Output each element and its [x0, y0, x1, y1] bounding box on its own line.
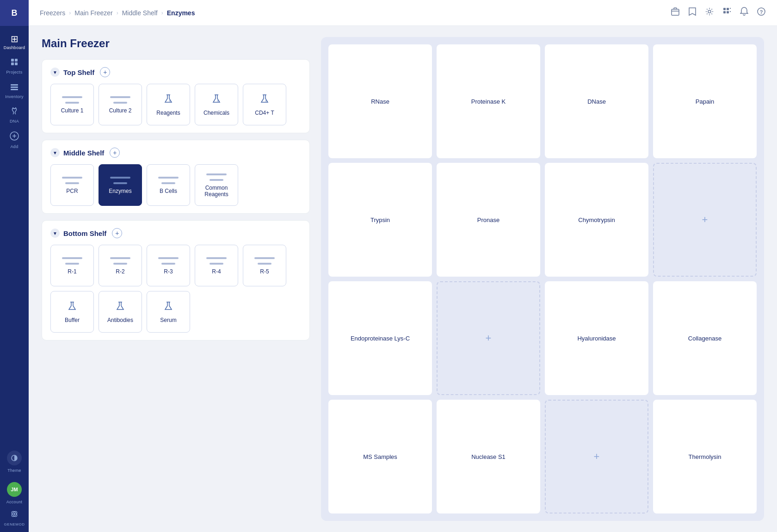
item-label-r2: R-2	[116, 268, 124, 275]
item-bar2-culture2	[113, 102, 127, 104]
shelf-item-r2[interactable]: R-2	[99, 245, 142, 286]
sidebar-item-inventory[interactable]: Inventory	[0, 77, 29, 102]
sidebar-item-add[interactable]: Add	[0, 126, 29, 152]
svg-point-16	[708, 10, 711, 13]
breadcrumb-freezers[interactable]: Freezers	[40, 9, 65, 17]
sidebar-label-dna: DNA	[10, 119, 19, 124]
shelf-item-r4[interactable]: R-4	[195, 245, 238, 286]
sidebar-item-dna[interactable]: DNA	[0, 102, 29, 126]
breadcrumb-main-freezer[interactable]: Main Freezer	[74, 9, 112, 17]
shelf-item-reagents[interactable]: Reagents	[147, 84, 190, 125]
sidebar-item-account[interactable]: JM Account	[0, 477, 29, 507]
shelf-item-culture1[interactable]: Culture 1	[50, 84, 94, 125]
genemod-link[interactable]: GENEMOD	[4, 509, 25, 526]
shelf-item-r3[interactable]: R-3	[147, 245, 190, 286]
grid-cell-trypsin[interactable]: Trypsin	[328, 163, 432, 277]
box-icon[interactable]	[671, 7, 680, 19]
item-label-reagents: Reagents	[156, 110, 180, 116]
grid-cell-papain[interactable]: Papain	[653, 44, 757, 158]
item-bar2-culture1	[65, 102, 79, 104]
item-label-r3: R-3	[164, 268, 173, 275]
page-title: Main Freezer	[42, 37, 310, 50]
shelf-item-common[interactable]: Common Reagents	[195, 164, 238, 206]
grid-cell-mssamples[interactable]: MS Samples	[328, 400, 432, 513]
gear-icon[interactable]	[705, 7, 714, 19]
help-icon[interactable]: ?	[757, 7, 766, 19]
item-label-buffer: Buffer	[65, 317, 80, 323]
sidebar-label-dashboard: Dashboard	[4, 45, 25, 50]
top-shelf-toggle[interactable]: ▼	[50, 68, 60, 77]
grid-cell-chymotrypsin[interactable]: Chymotrypsin	[545, 163, 648, 277]
grid-cell-proteinasek[interactable]: Proteinase K	[437, 44, 540, 158]
content-area: Main Freezer ▼ Top Shelf + Culture 1	[29, 26, 777, 532]
item-label-pcr: PCR	[66, 188, 78, 194]
projects-icon	[10, 57, 19, 68]
shelf-item-culture2[interactable]: Culture 2	[99, 84, 142, 125]
app-logo[interactable]: B	[0, 0, 29, 26]
grid-cell-empty1[interactable]: +	[653, 163, 757, 277]
shelf-item-antibodies[interactable]: Antibodies	[99, 291, 142, 333]
breadcrumb-sep-3: ›	[161, 10, 163, 16]
top-shelf-section: ▼ Top Shelf + Culture 1 Culture 2	[42, 59, 310, 133]
bottom-shelf-title: Bottom Shelf	[63, 229, 106, 237]
grid-cell-dnase[interactable]: DNase	[545, 44, 648, 158]
flask-icon-serum	[163, 301, 173, 313]
svg-point-13	[13, 513, 15, 515]
item-bar2-r5	[258, 263, 271, 265]
grid-icon[interactable]	[722, 7, 732, 19]
shelf-item-serum[interactable]: Serum	[147, 291, 190, 333]
item-label-r4: R-4	[212, 268, 221, 275]
bookmark-icon[interactable]	[688, 7, 697, 19]
sidebar-item-theme[interactable]: Theme	[0, 446, 29, 476]
svg-rect-22	[730, 11, 731, 12]
item-bar-common	[206, 173, 227, 175]
item-label-culture1: Culture 1	[61, 107, 84, 114]
shelf-item-cd4t[interactable]: CD4+ T	[243, 84, 286, 125]
grid-cell-collagenase[interactable]: Collagenase	[653, 281, 757, 395]
grid-cell-hyaluronidase[interactable]: Hyaluronidase	[545, 281, 648, 395]
sidebar-label-add: Add	[11, 144, 18, 149]
svg-point-27	[265, 100, 267, 102]
grid-cell-empty3[interactable]: +	[545, 400, 648, 513]
grid-cell-empty2[interactable]: +	[437, 281, 540, 395]
svg-rect-6	[11, 89, 18, 90]
flask-icon-chemicals	[211, 93, 222, 106]
shelf-item-enzymes[interactable]: Enzymes	[99, 164, 142, 206]
user-avatar: JM	[7, 482, 22, 497]
breadcrumb-middle-shelf[interactable]: Middle Shelf	[122, 9, 158, 17]
shelf-item-r1[interactable]: R-1	[50, 245, 94, 286]
svg-point-26	[217, 100, 219, 102]
grid-cell-endoproteinase[interactable]: Endoproteinase Lys-C	[328, 281, 432, 395]
middle-shelf-add-button[interactable]: +	[110, 148, 120, 158]
item-bar2-enzymes	[113, 182, 127, 184]
grid-cell-thermolysin[interactable]: Thermolysin	[653, 400, 757, 513]
item-bar-enzymes	[110, 177, 130, 179]
bell-icon[interactable]	[740, 7, 748, 19]
middle-shelf-header: ▼ Middle Shelf +	[50, 148, 301, 158]
svg-rect-4	[11, 84, 18, 86]
shelf-item-chemicals[interactable]: Chemicals	[195, 84, 238, 125]
grid-cell-nuclease[interactable]: Nuclease S1	[437, 400, 540, 513]
shelf-item-bcells[interactable]: B Cells	[147, 164, 190, 206]
item-bar-culture2	[110, 96, 130, 98]
bottom-shelf-add-button[interactable]: +	[112, 228, 122, 238]
svg-rect-0	[11, 59, 14, 62]
shelf-item-r5[interactable]: R-5	[243, 245, 286, 286]
item-label-chemicals: Chemicals	[204, 110, 229, 116]
shelf-item-buffer[interactable]: Buffer	[50, 291, 94, 333]
middle-shelf-toggle[interactable]: ▼	[50, 148, 60, 157]
sidebar-item-dashboard[interactable]: ⊞ Dashboard	[0, 30, 29, 53]
bottom-shelf-toggle[interactable]: ▼	[50, 229, 60, 238]
grid-cell-pronase[interactable]: Pronase	[437, 163, 540, 277]
breadcrumb-sep-1: ›	[69, 10, 71, 16]
sidebar-item-projects[interactable]: Projects	[0, 53, 29, 77]
grid-cell-rnase[interactable]: RNase	[328, 44, 432, 158]
item-label-common: Common Reagents	[198, 185, 235, 198]
svg-rect-5	[11, 87, 18, 88]
header: Freezers › Main Freezer › Middle Shelf ›…	[29, 0, 777, 26]
item-bar-r1	[62, 257, 82, 259]
item-label-r5: R-5	[260, 268, 269, 275]
middle-shelf-title: Middle Shelf	[63, 149, 104, 157]
shelf-item-pcr[interactable]: PCR	[50, 164, 94, 206]
top-shelf-add-button[interactable]: +	[100, 67, 110, 77]
